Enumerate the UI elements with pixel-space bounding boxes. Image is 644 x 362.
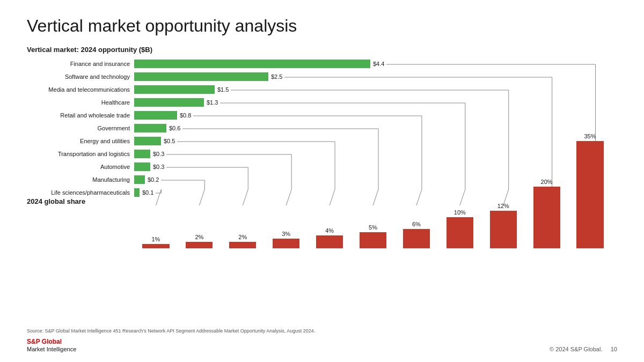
hbar-bar	[134, 124, 166, 132]
hbar-bar-area: $1.3	[134, 98, 392, 107]
hbar-value: $2.5	[271, 73, 282, 80]
vbar-pct: 2%	[238, 234, 247, 240]
vbar-pct: 5%	[369, 224, 377, 231]
chart-wrapper: Finance and insurance $4.4 Software and …	[27, 58, 617, 251]
footer-left: Source: S&P Global Market Intelligence 4…	[27, 328, 315, 352]
hbar-bar-area: $0.2	[134, 175, 392, 184]
hbar-value: $1.3	[207, 99, 218, 106]
vbar-bar	[229, 242, 256, 248]
source-text: Source: S&P Global Market Intelligence 4…	[27, 328, 315, 334]
footer-right: © 2024 S&P Global. 10	[550, 346, 617, 352]
vbar-bar	[490, 211, 517, 248]
hbar-bar-area: $0.5	[134, 137, 392, 145]
hbar-bar	[134, 72, 268, 81]
hbar-label: Manufacturing	[27, 176, 134, 183]
hbar-label: Retail and wholesale trade	[27, 112, 134, 119]
hbar-section-label: Vertical market: 2024 opportunity ($B)	[27, 46, 617, 54]
vbar-pct: 20%	[541, 179, 553, 185]
vbar-bar	[576, 141, 603, 248]
hbar-value: $0.6	[169, 125, 180, 131]
vbar-col: 20%	[525, 179, 568, 248]
hbar-bar-area: $0.1	[134, 188, 392, 197]
hbar-value: $4.4	[373, 61, 384, 67]
vbar-pct: 12%	[497, 203, 509, 209]
vbar-bar	[316, 235, 343, 248]
hbar-row: Government $0.6	[27, 122, 392, 134]
vertical-bar-chart: 1% 2% 2% 3% 4% 5% 6% 10% 12% 20% 35%	[134, 208, 612, 248]
vbar-pct: 6%	[412, 221, 421, 227]
vbar-bar	[447, 217, 473, 248]
vbar-col: 3%	[265, 231, 308, 248]
vbar-col: 5%	[352, 224, 395, 248]
hbar-bar	[134, 60, 370, 68]
hbar-row: Manufacturing $0.2	[27, 174, 392, 186]
logo-bottom: Market Intelligence	[27, 346, 315, 352]
hbar-row: Finance and insurance $4.4	[27, 58, 392, 70]
hbar-bar	[134, 150, 150, 158]
hbar-bar	[134, 111, 177, 120]
hbar-label: Government	[27, 125, 134, 131]
vbar-pct: 4%	[325, 227, 334, 234]
vbar-pct: 1%	[152, 236, 160, 242]
hbar-bar-area: $1.5	[134, 85, 392, 94]
hbar-value: $0.3	[153, 164, 164, 170]
hbar-label: Automotive	[27, 164, 134, 170]
logo-top: S&P Global	[27, 338, 315, 345]
hbar-row: Software and technology $2.5	[27, 71, 392, 83]
hbar-bar	[134, 188, 140, 197]
hbar-row: Energy and utilities $0.5	[27, 135, 392, 147]
logo: S&P Global Market Intelligence	[27, 338, 315, 352]
hbar-bar	[134, 98, 204, 107]
vbar-bar	[533, 187, 560, 248]
vbar-col: 2%	[221, 234, 265, 248]
hbar-value: $1.5	[217, 86, 229, 93]
vbar-col: 1%	[134, 236, 178, 248]
hbar-bar-area: $0.3	[134, 150, 392, 158]
hbar-value: $0.3	[153, 151, 164, 157]
vbar-col: 2%	[178, 234, 221, 248]
hbar-label: Energy and utilities	[27, 138, 134, 144]
hbar-row: Transportation and logistics $0.3	[27, 148, 392, 160]
hbar-label: Life sciences/pharmaceuticals	[27, 189, 134, 196]
vbar-bar	[360, 232, 386, 248]
hbar-bar-area: $2.5	[134, 72, 392, 81]
vbar-bar	[186, 242, 213, 248]
hbar-label: Media and telecommunications	[27, 86, 134, 93]
hbar-label: Transportation and logistics	[27, 151, 134, 157]
hbar-bar	[134, 137, 161, 145]
hbar-row: Healthcare $1.3	[27, 97, 392, 108]
vbar-pct: 3%	[282, 231, 290, 237]
hbar-row: Life sciences/pharmaceuticals $0.1	[27, 187, 392, 198]
vbar-bar	[142, 244, 169, 248]
footer: Source: S&P Global Market Intelligence 4…	[27, 328, 617, 352]
vbar-pct: 2%	[195, 234, 203, 240]
vbar-col: 10%	[438, 209, 481, 248]
vbar-col: 35%	[568, 133, 612, 248]
page: Vertical market opportunity analysis Ver…	[0, 0, 644, 362]
hbar-value: $0.1	[142, 189, 153, 196]
hbar-bar	[134, 162, 150, 171]
hbar-row: Retail and wholesale trade $0.8	[27, 109, 392, 121]
page-title: Vertical market opportunity analysis	[27, 16, 617, 36]
vbar-pct: 10%	[454, 209, 466, 216]
hbar-row: Media and telecommunications $1.5	[27, 84, 392, 95]
hbar-bar-area: $0.6	[134, 124, 392, 132]
hbar-bar	[134, 175, 145, 184]
hbar-value: $0.2	[148, 176, 159, 183]
hbar-label: Finance and insurance	[27, 61, 134, 67]
vbar-bar	[273, 239, 299, 248]
global-share-label: 2024 global share	[27, 197, 85, 205]
hbar-value: $0.5	[164, 138, 175, 144]
hbar-value: $0.8	[180, 112, 191, 119]
hbar-bar-area: $0.3	[134, 162, 392, 171]
hbar-label: Software and technology	[27, 73, 134, 80]
hbar-bar-area: $0.8	[134, 111, 392, 120]
hbar-bar	[134, 85, 215, 94]
vbar-col: 6%	[394, 221, 438, 248]
horizontal-bar-chart: Finance and insurance $4.4 Software and …	[27, 58, 392, 200]
copyright-text: © 2024 S&P Global.	[550, 346, 602, 352]
vbar-col: 12%	[481, 203, 525, 248]
hbar-label: Healthcare	[27, 99, 134, 106]
page-number: 10	[611, 346, 617, 352]
vbar-pct: 35%	[584, 133, 596, 139]
